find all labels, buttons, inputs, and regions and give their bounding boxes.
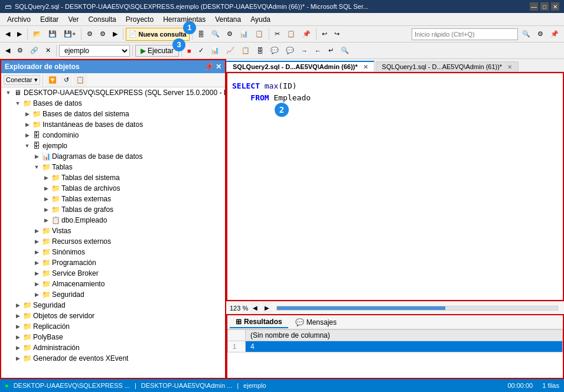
menu-proyecto[interactable]: Proyecto bbox=[121, 14, 158, 25]
forward-button[interactable]: ▶ bbox=[14, 28, 25, 41]
tree-item[interactable]: ▶📁Administración bbox=[1, 342, 225, 353]
tree-item[interactable]: ▶📁Tablas de grafos bbox=[1, 204, 225, 215]
expand-icon[interactable]: ▶ bbox=[13, 322, 22, 331]
tree-item[interactable]: ▶📁Tablas externas bbox=[1, 194, 225, 204]
tree-item[interactable]: ▶📊Diagramas de base de datos bbox=[1, 151, 225, 162]
tree-item[interactable]: ▶📁Seguridad bbox=[1, 300, 225, 311]
redo-button[interactable]: ⚙ bbox=[97, 28, 109, 41]
parse-button[interactable]: ✓ bbox=[195, 44, 207, 57]
toolbar-btn10[interactable]: ↪ bbox=[331, 28, 343, 41]
pin-button[interactable]: 📌 bbox=[547, 28, 562, 41]
oe-pin-icon[interactable]: 📌 bbox=[204, 63, 213, 71]
start-debug-button[interactable]: ▶ bbox=[110, 28, 120, 41]
tree-item[interactable]: ▶📁Recursos externos bbox=[1, 236, 225, 247]
query-tab-1[interactable]: SQLQuery2.sql - D...AE5VQ\Admin (66))* ✕ bbox=[226, 61, 374, 71]
zoom-increase-button[interactable]: ▶ bbox=[262, 302, 272, 315]
word-wrap-button[interactable]: ↵ bbox=[325, 44, 337, 57]
zoom-decrease-button[interactable]: ◀ bbox=[250, 302, 260, 315]
include-plan-button[interactable]: 📋 bbox=[239, 44, 253, 57]
expand-icon[interactable]: ▶ bbox=[32, 226, 41, 236]
expand-icon[interactable]: ▶ bbox=[13, 300, 22, 310]
expand-icon[interactable]: ▶ bbox=[22, 109, 32, 119]
expand-icon[interactable]: ▶ bbox=[13, 332, 22, 342]
tree-item[interactable]: ▼📁Bases de datos bbox=[1, 98, 225, 109]
toolbar-btn6[interactable]: ✂ bbox=[272, 28, 283, 41]
minimize-button[interactable]: — bbox=[530, 2, 538, 11]
expand-icon[interactable]: ▼ bbox=[32, 162, 41, 172]
expand-icon[interactable]: ▶ bbox=[41, 205, 51, 214]
tree-item[interactable]: ▶📁Seguridad bbox=[1, 289, 225, 300]
maximize-button[interactable]: □ bbox=[540, 2, 549, 11]
tab1-close-icon[interactable]: ✕ bbox=[363, 64, 368, 70]
toolbar-btn2[interactable]: 🔍 bbox=[208, 28, 223, 41]
menu-herramientas[interactable]: Herramientas bbox=[158, 14, 210, 25]
query-editor[interactable]: 2 SELECT max(ID) FROM Empleado bbox=[226, 72, 564, 301]
new-query-button[interactable]: 📄 Nueva consulta 1 bbox=[126, 28, 189, 41]
toolbar-btn4[interactable]: 📊 bbox=[237, 28, 251, 41]
toolbar2-btn2[interactable]: ⚙ bbox=[14, 44, 26, 57]
expand-icon[interactable]: ▶ bbox=[41, 184, 51, 193]
toolbar-btn8[interactable]: 📌 bbox=[299, 28, 314, 41]
menu-editar[interactable]: Editar bbox=[35, 14, 63, 25]
toolbar-btn3[interactable]: ⚙ bbox=[224, 28, 236, 41]
tree-item[interactable]: ▶📁Vistas bbox=[1, 226, 225, 236]
close-button[interactable]: ✕ bbox=[551, 2, 559, 11]
execute-button[interactable]: ▶ Ejecutar 3 bbox=[135, 45, 179, 57]
menu-ventana[interactable]: Ventana bbox=[210, 14, 246, 25]
tree-item[interactable]: ▶📋dbo.Empleado bbox=[1, 215, 225, 226]
save-all-button[interactable]: 💾+ bbox=[61, 28, 79, 41]
expand-icon[interactable]: ▶ bbox=[22, 120, 32, 129]
quick-search-button[interactable]: 🔍 bbox=[519, 28, 533, 41]
stop-button[interactable]: ■ bbox=[184, 44, 194, 57]
oe-filter-button[interactable]: 🔽 bbox=[45, 74, 60, 87]
tree-item[interactable]: ▶📁Bases de datos del sistema bbox=[1, 109, 225, 119]
expand-icon[interactable]: ▶ bbox=[32, 258, 41, 267]
tree-item[interactable]: ▶📁Tablas de archivos bbox=[1, 183, 225, 194]
results-to-button[interactable]: 🗄 bbox=[254, 44, 266, 57]
expand-icon[interactable]: ▶ bbox=[32, 269, 41, 278]
tree-item[interactable]: ▼🖥DESKTOP-UAAE5VQ\SQLEXPRESS (SQL Server… bbox=[1, 87, 225, 98]
comment-button[interactable]: 💬 bbox=[268, 44, 282, 57]
expand-icon[interactable]: ▶ bbox=[32, 152, 41, 161]
menu-archivo[interactable]: Archivo bbox=[2, 14, 35, 25]
connect-button[interactable]: Conectar ▾ bbox=[4, 75, 40, 85]
expand-icon[interactable]: ▶ bbox=[32, 247, 41, 257]
menu-ver[interactable]: Ver bbox=[63, 14, 83, 25]
tree-item[interactable]: ▶🗄condominio bbox=[1, 130, 225, 141]
results-tab[interactable]: ⊞ Resultados bbox=[230, 316, 288, 328]
zoom-button[interactable]: 🔍 bbox=[338, 44, 352, 57]
tree-item[interactable]: ▶📁Generador de eventos XEvent bbox=[1, 353, 225, 364]
back-button[interactable]: ◀ bbox=[2, 28, 13, 41]
expand-icon[interactable]: ▶ bbox=[13, 354, 22, 363]
client-stats-button[interactable]: 📈 bbox=[223, 44, 237, 57]
tree-item[interactable]: ▶📁Programación bbox=[1, 257, 225, 268]
expand-icon[interactable]: ▶ bbox=[32, 290, 41, 299]
tree-item[interactable]: ▼📁Tablas bbox=[1, 162, 225, 172]
toolbar-btn1[interactable]: 🗄 bbox=[195, 28, 207, 41]
toolbar2-btn3[interactable]: 🔗 bbox=[27, 44, 41, 57]
options-button[interactable]: ⚙ bbox=[534, 28, 546, 41]
tree-item[interactable]: ▶📁PolyBase bbox=[1, 332, 225, 342]
expand-icon[interactable]: ▶ bbox=[41, 194, 51, 204]
database-selector[interactable]: ejemplo bbox=[59, 45, 130, 57]
undo-button[interactable]: ⚙ bbox=[84, 28, 96, 41]
tree-item[interactable]: ▶📁Sinónimos bbox=[1, 247, 225, 257]
indent-button[interactable]: → bbox=[298, 44, 311, 57]
tree-item[interactable]: ▶📁Objetos de servidor bbox=[1, 311, 225, 321]
menu-consulta[interactable]: Consulta bbox=[83, 14, 120, 25]
uncomment-button[interactable]: 💬 bbox=[283, 44, 297, 57]
expand-icon[interactable]: ▶ bbox=[41, 215, 51, 225]
expand-icon[interactable]: ▶ bbox=[32, 279, 41, 289]
expand-icon[interactable]: ▶ bbox=[13, 343, 22, 352]
expand-icon[interactable]: ▼ bbox=[22, 141, 32, 151]
expand-icon[interactable]: ▼ bbox=[13, 99, 22, 108]
tab2-close-icon[interactable]: ✕ bbox=[507, 64, 512, 70]
open-button[interactable]: 📂 bbox=[30, 28, 44, 41]
tree-item[interactable]: ▶📁Replicación bbox=[1, 321, 225, 332]
save-button[interactable]: 💾 bbox=[45, 28, 60, 41]
toolbar2-btn4[interactable]: ✕ bbox=[43, 44, 54, 57]
quick-search-input[interactable] bbox=[412, 28, 518, 40]
expand-icon[interactable]: ▶ bbox=[13, 311, 22, 321]
tree-item[interactable]: ▶📁Tablas del sistema bbox=[1, 172, 225, 183]
tree-item[interactable]: ▶📁Almacenamiento bbox=[1, 279, 225, 289]
